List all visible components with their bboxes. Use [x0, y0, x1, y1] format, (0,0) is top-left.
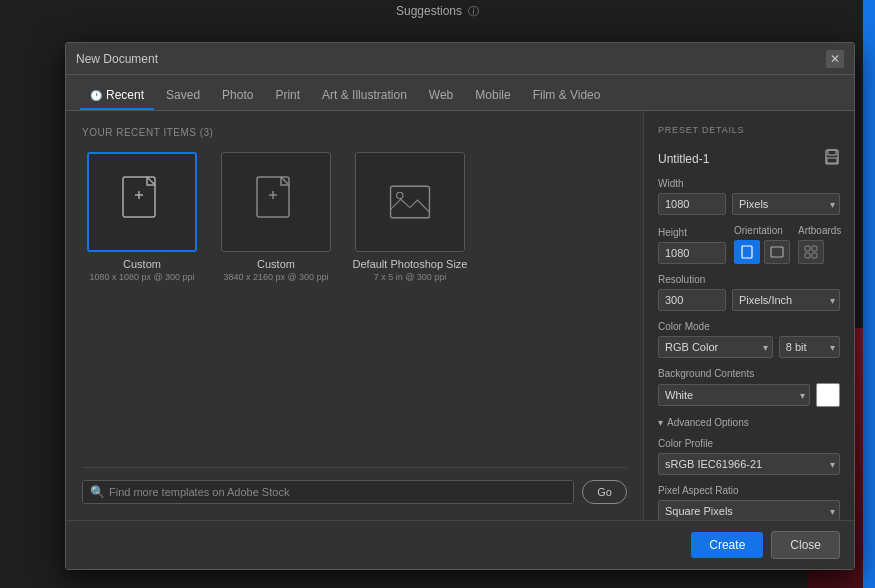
height-field-group: Height [658, 227, 726, 264]
info-icon: ⓘ [468, 4, 479, 19]
resolution-row: Pixels/Inch Pixels/cm [658, 289, 840, 311]
svg-rect-8 [771, 247, 783, 257]
recent-item-sublabel-1: 3840 x 2160 px @ 300 ppi [223, 272, 328, 282]
color-mode-field-group: Color Mode RGB Color CMYK Color Grayscal… [658, 321, 840, 358]
width-label: Width [658, 178, 840, 189]
bg-color-swatch[interactable] [816, 383, 840, 407]
artboards-label: Artboards [798, 225, 841, 236]
search-input-wrapper: 🔍 [82, 480, 574, 504]
save-preset-button[interactable] [824, 149, 840, 168]
recent-section-label: YOUR RECENT ITEMS (3) [82, 127, 627, 138]
recent-item-sublabel-2: 7 x 5 in @ 300 ppi [374, 272, 447, 282]
left-panel: YOUR RECENT ITEMS (3) Custom [66, 111, 644, 520]
recent-item-thumb-0 [87, 152, 197, 252]
preset-section-label: PRESET DETAILS [658, 125, 840, 135]
tab-film[interactable]: Film & Video [523, 82, 611, 110]
recent-item-sublabel-0: 1080 x 1080 px @ 300 ppi [89, 272, 194, 282]
create-button[interactable]: Create [691, 532, 763, 558]
width-unit-select-wrap: Pixels Inches cm mm [732, 193, 840, 215]
svg-rect-6 [827, 158, 837, 163]
orientation-buttons [734, 240, 790, 264]
bg-row: White Black Background Color Transparent [658, 383, 840, 407]
color-mode-label: Color Mode [658, 321, 840, 332]
modal-close-button[interactable]: ✕ [826, 50, 844, 68]
svg-rect-5 [828, 150, 836, 155]
svg-rect-12 [812, 253, 817, 258]
search-input[interactable] [82, 480, 574, 504]
svg-rect-11 [805, 253, 810, 258]
resolution-label: Resolution [658, 274, 840, 285]
modal-titlebar: New Document ✕ [66, 43, 854, 75]
tab-photo[interactable]: Photo [212, 82, 263, 110]
orientation-label: Orientation [734, 225, 790, 236]
color-profile-select[interactable]: sRGB IEC61966-21 Adobe RGB ProPhoto RGB [658, 453, 840, 475]
tab-saved-label: Saved [166, 88, 200, 102]
recent-grid: Custom 1080 x 1080 px @ 300 ppi [82, 152, 627, 282]
landscape-button[interactable] [764, 240, 790, 264]
height-orient-section: Height Orientation [658, 225, 840, 264]
tab-recent[interactable]: 🕐 Recent [80, 82, 154, 110]
tab-web-label: Web [429, 88, 453, 102]
resolution-input[interactable] [658, 289, 726, 311]
clock-icon: 🕐 [90, 90, 102, 101]
tab-film-label: Film & Video [533, 88, 601, 102]
suggestions-label: Suggestions [396, 4, 462, 18]
color-mode-select[interactable]: RGB Color CMYK Color Grayscale [658, 336, 773, 358]
tab-web[interactable]: Web [419, 82, 463, 110]
height-label: Height [658, 227, 726, 238]
modal-title: New Document [76, 52, 158, 66]
search-bar: 🔍 Go [82, 467, 627, 504]
recent-item-thumb-1 [221, 152, 331, 252]
pixel-ratio-field-group: Pixel Aspect Ratio Square Pixels D1/DV N… [658, 485, 840, 520]
bg-label: Background Contents [658, 368, 840, 379]
svg-rect-2 [391, 186, 430, 217]
width-unit-select[interactable]: Pixels Inches cm mm [732, 193, 840, 215]
width-field-group: Width Pixels Inches cm mm [658, 178, 840, 215]
tab-art-label: Art & Illustration [322, 88, 407, 102]
tab-mobile-label: Mobile [475, 88, 510, 102]
resolution-unit-select[interactable]: Pixels/Inch Pixels/cm [732, 289, 840, 311]
color-profile-label: Color Profile [658, 438, 840, 449]
new-document-dialog: New Document ✕ 🕐 Recent Saved Photo Prin… [65, 42, 855, 570]
go-button[interactable]: Go [582, 480, 627, 504]
width-row: Pixels Inches cm mm [658, 193, 840, 215]
recent-item-2[interactable]: Default Photoshop Size 7 x 5 in @ 300 pp… [350, 152, 470, 282]
tab-print[interactable]: Print [265, 82, 310, 110]
pixel-ratio-select[interactable]: Square Pixels D1/DV NTSC (0.91) [658, 500, 840, 520]
tab-mobile[interactable]: Mobile [465, 82, 520, 110]
advanced-options-toggle[interactable]: ▾ Advanced Options [658, 417, 840, 428]
svg-rect-10 [812, 246, 817, 251]
svg-rect-9 [805, 246, 810, 251]
advanced-options-label: Advanced Options [667, 417, 749, 428]
svg-rect-7 [742, 246, 752, 258]
pixel-ratio-label: Pixel Aspect Ratio [658, 485, 840, 496]
tab-photo-label: Photo [222, 88, 253, 102]
tabs-bar: 🕐 Recent Saved Photo Print Art & Illustr… [66, 75, 854, 111]
recent-item-thumb-2 [355, 152, 465, 252]
recent-item-1[interactable]: Custom 3840 x 2160 px @ 300 ppi [216, 152, 336, 282]
tab-saved[interactable]: Saved [156, 82, 210, 110]
color-profile-select-wrap: sRGB IEC61966-21 Adobe RGB ProPhoto RGB [658, 453, 840, 475]
right-panel: PRESET DETAILS Untitled-1 Width [644, 111, 854, 520]
preset-name: Untitled-1 [658, 152, 709, 166]
recent-item-label-1: Custom [257, 258, 295, 270]
resolution-field-group: Resolution Pixels/Inch Pixels/cm [658, 274, 840, 311]
bit-depth-select[interactable]: 8 bit 16 bit 32 bit [779, 336, 840, 358]
chevron-down-icon: ▾ [658, 417, 663, 428]
bit-depth-select-wrap: 8 bit 16 bit 32 bit [779, 336, 840, 358]
portrait-button[interactable] [734, 240, 760, 264]
artboards-group: Artboards [798, 225, 841, 264]
resolution-unit-select-wrap: Pixels/Inch Pixels/cm [732, 289, 840, 311]
bg-select[interactable]: White Black Background Color Transparent [658, 384, 810, 406]
modal-body: YOUR RECENT ITEMS (3) Custom [66, 111, 854, 520]
tab-art[interactable]: Art & Illustration [312, 82, 417, 110]
width-input[interactable] [658, 193, 726, 215]
search-icon: 🔍 [90, 485, 105, 499]
preset-name-row: Untitled-1 [658, 149, 840, 168]
orientation-group: Orientation [734, 225, 790, 264]
close-button[interactable]: Close [771, 531, 840, 559]
height-input[interactable] [658, 242, 726, 264]
bg-select-wrap: White Black Background Color Transparent [658, 384, 810, 406]
artboards-button[interactable] [798, 240, 824, 264]
recent-item-0[interactable]: Custom 1080 x 1080 px @ 300 ppi [82, 152, 202, 282]
